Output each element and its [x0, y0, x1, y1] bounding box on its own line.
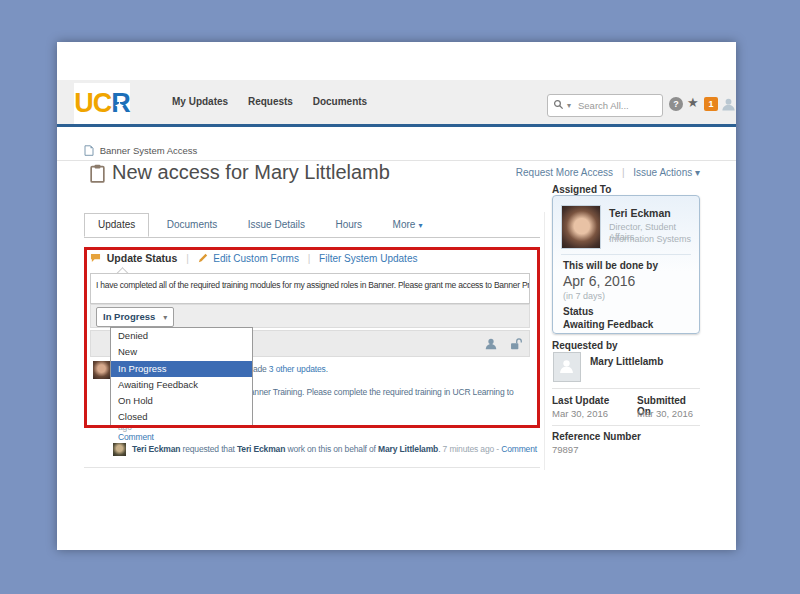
tab-updates[interactable]: Updates — [84, 213, 149, 237]
search-scope-caret-icon[interactable]: ▾ — [567, 95, 571, 116]
status-select[interactable]: In Progress▾ — [96, 307, 174, 327]
tab-more[interactable]: More▾ — [380, 214, 436, 236]
last-update-value: Mar 30, 2016 — [552, 408, 608, 419]
more-caret-icon: ▾ — [418, 221, 422, 230]
feed-text: requested that — [180, 444, 237, 454]
project-icon — [84, 145, 94, 156]
avatar — [113, 443, 126, 456]
timestamp: 7 minutes ago — [443, 444, 494, 454]
reference-number-label: Reference Number — [552, 431, 641, 442]
sidebar-divider — [552, 425, 700, 426]
links-divider: | — [622, 167, 625, 178]
person-placeholder-icon — [558, 358, 575, 375]
assigned-to-label: Assigned To — [552, 184, 611, 195]
favorites-star-icon[interactable]: ★ — [687, 95, 699, 110]
feed-text-end: . — [326, 364, 328, 374]
dropdown-option-on-hold[interactable]: On Hold — [111, 393, 252, 409]
person-link[interactable]: Teri Eckman — [237, 444, 285, 454]
nav-requests[interactable]: Requests — [248, 96, 293, 107]
dropdown-option-awaiting-feedback[interactable]: Awaiting Feedback — [111, 377, 252, 393]
ucr-logo[interactable]: UCR — [74, 83, 130, 124]
tab-documents[interactable]: Documents — [154, 214, 231, 236]
issue-actions-menu[interactable]: Issue Actions ▾ — [633, 167, 700, 178]
feed-header-icons — [477, 337, 522, 355]
avatar — [93, 361, 110, 379]
task-clipboard-icon — [90, 164, 105, 183]
logo-burst-icon — [115, 101, 124, 110]
update-message-textarea[interactable]: I have completed all of the required tra… — [90, 273, 530, 304]
requester-name[interactable]: Mary Littlelamb — [590, 356, 663, 367]
comment-link[interactable]: Comment — [501, 444, 537, 454]
tab-issue-details[interactable]: Issue Details — [235, 214, 318, 236]
search-input[interactable]: Search All... — [578, 95, 629, 116]
other-updates-link[interactable]: 3 other updates — [269, 364, 326, 374]
user-avatar-icon[interactable] — [721, 97, 736, 112]
nav-my-updates[interactable]: My Updates — [172, 96, 228, 107]
search-icon — [553, 99, 564, 110]
unlocked-icon[interactable] — [509, 337, 522, 351]
dropdown-option-new[interactable]: New — [111, 344, 252, 360]
nav-documents[interactable]: Documents — [313, 96, 367, 107]
submitted-on-value: Mar 30, 2016 — [637, 408, 693, 419]
app-window: UCR My Updates Requests Documents ▾ Sear… — [57, 42, 736, 550]
update-toolbar: Update Status | Edit Custom Forms | Filt… — [90, 252, 417, 264]
status-value: Awaiting Feedback — [563, 319, 653, 330]
feed-text: work on this on behalf of — [285, 444, 378, 454]
request-more-access-link[interactable]: Request More Access — [516, 167, 613, 178]
help-icon[interactable]: ? — [669, 97, 683, 111]
status-label: Status — [563, 306, 594, 317]
assignee-name[interactable]: Teri Eckman — [609, 207, 671, 219]
toolbar-sep: | — [186, 253, 189, 264]
feed-divider — [84, 467, 540, 468]
sidebar-divider — [552, 388, 700, 389]
breadcrumb-label: Banner System Access — [100, 145, 198, 156]
issue-actions-caret-icon: ▾ — [695, 167, 700, 178]
pencil-icon — [198, 253, 208, 263]
status-dropdown-list: Denied New In Progress Awaiting Feedback… — [110, 327, 253, 427]
notification-badge[interactable]: 1 — [704, 97, 718, 111]
done-by-date: Apr 6, 2016 — [563, 273, 635, 289]
card-divider — [561, 254, 691, 255]
breadcrumb-row: Banner System Access — [57, 142, 736, 161]
update-status-tool[interactable]: Update Status — [107, 252, 178, 264]
search-box[interactable]: ▾ Search All... — [547, 94, 663, 117]
content-sidebar-divider — [544, 212, 545, 470]
update-status-bubble-icon — [90, 253, 101, 263]
select-caret-icon: ▾ — [163, 313, 167, 322]
logo-r-text: R — [111, 88, 130, 118]
assignee-role-2: Information Systems — [609, 234, 691, 244]
comment-link[interactable]: Comment — [118, 432, 154, 442]
last-update-label: Last Update — [552, 395, 609, 406]
assignee-photo[interactable] — [561, 205, 601, 249]
person-link[interactable]: Teri Eckman — [132, 444, 180, 454]
done-by-relative: (in 7 days) — [563, 291, 605, 301]
edit-custom-forms-link[interactable]: Edit Custom Forms — [213, 253, 299, 264]
person-link[interactable]: Mary Littlelamb — [378, 444, 438, 454]
dropdown-option-in-progress[interactable]: In Progress — [111, 361, 252, 377]
main-nav: My Updates Requests Documents — [172, 96, 384, 107]
assignee-card: Teri Eckman Director, Student Affairs In… — [552, 195, 700, 334]
tab-bar: Updates Documents Issue Details Hours Mo… — [84, 212, 540, 238]
tab-hours[interactable]: Hours — [322, 214, 375, 236]
toolbar-sep2: | — [308, 253, 311, 264]
breadcrumb[interactable]: Banner System Access — [84, 145, 197, 156]
logo-uc-text: UC — [74, 88, 111, 118]
followers-icon[interactable] — [484, 337, 498, 351]
feed-row-requested: Teri Eckman requested that Teri Eckman w… — [132, 444, 537, 454]
top-header-bar: UCR My Updates Requests Documents ▾ Sear… — [57, 80, 736, 127]
compose-footer-bar: In Progress▾ — [90, 304, 530, 328]
page-title: New access for Mary Littlelamb — [112, 161, 390, 184]
dropdown-option-denied[interactable]: Denied — [111, 328, 252, 344]
done-by-label: This will be done by — [563, 260, 658, 271]
reference-number-value: 79897 — [552, 444, 578, 455]
filter-system-updates-link[interactable]: Filter System Updates — [319, 253, 417, 264]
requested-by-label: Requested by — [552, 340, 618, 351]
issue-action-links: Request More Access | Issue Actions ▾ — [516, 167, 700, 178]
requester-avatar[interactable] — [553, 352, 581, 382]
dropdown-option-closed[interactable]: Closed — [111, 409, 252, 425]
